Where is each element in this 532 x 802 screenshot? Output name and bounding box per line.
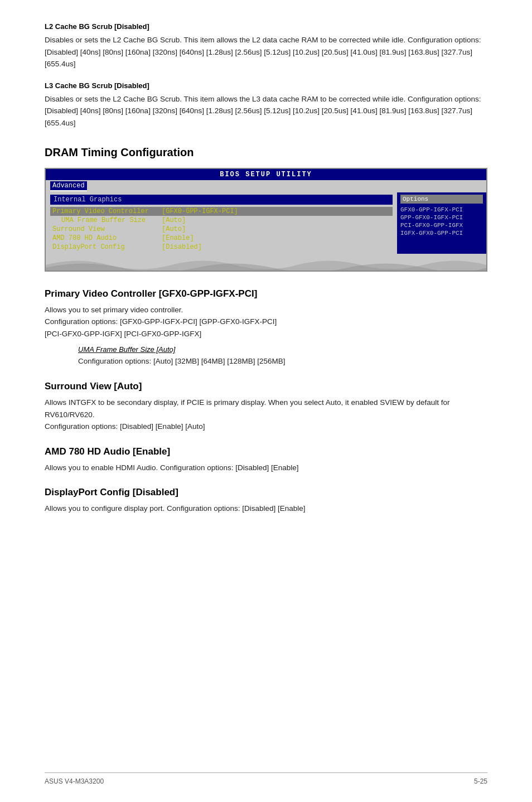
bios-key-amd: AMD 780 HD Audio <box>50 234 162 242</box>
displayport-heading: DisplayPort Config [Disabled] <box>45 487 487 498</box>
bios-sidebar-item-1: GPP-GFX0-IGFX-PCI <box>400 214 483 221</box>
l3-label: L3 Cache BG Scrub [Disabled] <box>45 81 487 90</box>
bios-row-surround[interactable]: Surround View [Auto] <box>50 225 393 234</box>
bios-row-uma[interactable]: UMA Frame Buffer Size [Auto] <box>50 216 393 225</box>
bios-bottom-wave <box>46 254 486 270</box>
surround-view-section: Surround View [Auto] Allows INTGFX to be… <box>45 381 487 433</box>
bios-nav: Advanced <box>46 180 486 192</box>
amd-audio-body: Allows you to enable HDMI Audio. Configu… <box>45 462 487 474</box>
bios-section-header: Internal Graphics <box>50 195 393 205</box>
surround-view-body: Allows INTGFX to be secondary display, i… <box>45 397 487 433</box>
surround-view-heading: Surround View [Auto] <box>45 381 487 392</box>
l3-cache-section: L3 Cache BG Scrub [Disabled] Disables or… <box>45 81 487 129</box>
uma-sub-body: Configuration options: [Auto] [32MB] [64… <box>78 355 487 368</box>
bios-key-uma: UMA Frame Buffer Size <box>50 216 162 224</box>
bios-row-pvc[interactable]: Primary Video Controller [GFX0-GPP-IGFX-… <box>50 207 393 216</box>
page-footer: ASUS V4-M3A3200 5-25 <box>45 772 487 785</box>
primary-video-section: Primary Video Controller [GFX0-GPP-IGFX-… <box>45 288 487 368</box>
l3-body: Disables or sets the L2 Cache BG Scrub. … <box>45 93 487 129</box>
displayport-body: Allows you to configure display port. Co… <box>45 503 487 515</box>
footer-right: 5-25 <box>474 777 487 785</box>
footer-left: ASUS V4-M3A3200 <box>45 777 104 785</box>
uma-indent-block: UMA Frame Buffer Size [Auto] Configurati… <box>45 345 487 368</box>
bios-value-uma: [Auto] <box>162 216 186 224</box>
bios-nav-advanced[interactable]: Advanced <box>50 181 87 191</box>
bios-content-area: Internal Graphics Primary Video Controll… <box>46 192 486 254</box>
amd-audio-section: AMD 780 HD Audio [Enable] Allows you to … <box>45 446 487 474</box>
amd-audio-heading: AMD 780 HD Audio [Enable] <box>45 446 487 457</box>
l2-body: Disables or sets the L2 Cache BG Scrub. … <box>45 34 487 70</box>
bios-key-pvc: Primary Video Controller <box>50 207 162 215</box>
bios-main-panel: Internal Graphics Primary Video Controll… <box>46 192 397 254</box>
bios-key-dp: DisplayPort Config <box>50 243 162 251</box>
primary-video-heading: Primary Video Controller [GFX0-GPP-IGFX-… <box>45 288 487 299</box>
bios-sidebar: Options GFX0-GPP-IGFX-PCI GPP-GFX0-IGFX-… <box>397 192 486 254</box>
bios-value-dp: [Disabled] <box>162 243 202 251</box>
bios-sidebar-item-3: IGFX-GFX0-GPP-PCI <box>400 229 483 237</box>
dram-heading: DRAM Timing Configuration <box>45 146 487 159</box>
bios-sidebar-item-2: PCI-GFX0-GPP-IGFX <box>400 221 483 229</box>
dram-timing-section: DRAM Timing Configuration BIOS SETUP UTI… <box>45 146 487 272</box>
bios-sidebar-header: Options <box>400 195 483 204</box>
bios-sidebar-item-0: GFX0-GPP-IGFX-PCI <box>400 206 483 214</box>
bios-row-amd[interactable]: AMD 780 HD Audio [Enable] <box>50 234 393 243</box>
bios-screen: BIOS SETUP UTILITY Advanced Internal Gra… <box>45 168 487 272</box>
bios-value-surround: [Auto] <box>162 225 186 233</box>
bios-value-amd: [Enable] <box>162 234 194 242</box>
bios-key-surround: Surround View <box>50 225 162 233</box>
uma-sub-heading: UMA Frame Buffer Size [Auto] <box>78 345 487 354</box>
l2-label: L2 Cache BG Scrub [Disabled] <box>45 22 487 31</box>
bios-value-pvc: [GFX0-GPP-IGFX-PCI] <box>162 207 238 215</box>
bios-title: BIOS SETUP UTILITY <box>46 169 486 180</box>
bios-row-dp[interactable]: DisplayPort Config [Disabled] <box>50 243 393 252</box>
displayport-section: DisplayPort Config [Disabled] Allows you… <box>45 487 487 515</box>
primary-video-body: Allows you to set primary video controll… <box>45 304 487 340</box>
l2-cache-section: L2 Cache BG Scrub [Disabled] Disables or… <box>45 22 487 70</box>
